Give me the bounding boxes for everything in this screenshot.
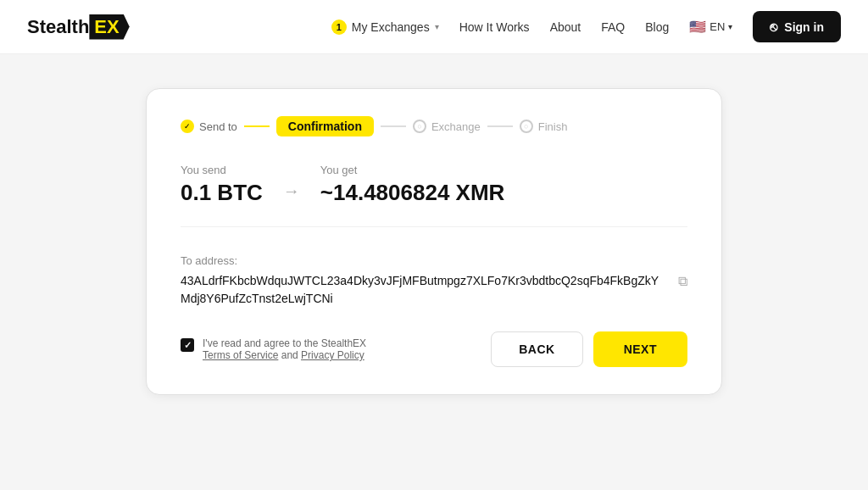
- language-selector[interactable]: 🇺🇸 EN ▾: [689, 19, 732, 35]
- step1-label: Send to: [199, 120, 237, 133]
- terms-of-service-link[interactable]: Terms of Service: [203, 349, 278, 361]
- terms-checkbox[interactable]: [181, 338, 194, 352]
- get-label: You get: [320, 164, 505, 176]
- logo-stealth: Stealth: [27, 16, 89, 38]
- send-column: You send 0.1 BTC: [181, 164, 263, 206]
- terms-and: and: [281, 349, 301, 361]
- send-amount: 0.1 BTC: [181, 180, 263, 206]
- blog-link[interactable]: Blog: [645, 20, 669, 34]
- terms-text: I've read and agree to the StealthEX Ter…: [203, 337, 366, 361]
- button-row: BACK NEXT: [491, 331, 687, 367]
- step1-dot: ✓: [181, 120, 194, 133]
- lang-label: EN: [709, 20, 725, 33]
- my-exchanges-nav[interactable]: 1 My Exchanges ▾: [331, 19, 439, 35]
- address-row: 43ALdrfFKbcbWdquJWTCL23a4Dky3vJFjMFButmp…: [181, 272, 687, 308]
- step-line-1: [244, 125, 270, 127]
- step-send-to: ✓ Send to: [181, 120, 237, 133]
- back-button[interactable]: BACK: [491, 331, 582, 367]
- logo-ex: EX: [89, 14, 129, 40]
- main-content: ✓ Send to Confirmation ○ Exchange ○ Fini…: [0, 54, 868, 429]
- signin-button[interactable]: ⎋ Sign in: [753, 11, 841, 42]
- step2-label: Confirmation: [276, 116, 374, 136]
- chevron-down-icon: ▾: [435, 22, 439, 31]
- next-button[interactable]: NEXT: [593, 331, 687, 367]
- card-footer: I've read and agree to the StealthEX Ter…: [181, 331, 687, 367]
- stepper: ✓ Send to Confirmation ○ Exchange ○ Fini…: [181, 116, 687, 136]
- my-exchanges-label[interactable]: My Exchanges: [352, 20, 430, 34]
- signin-label: Sign in: [784, 20, 824, 34]
- send-label: You send: [181, 164, 263, 176]
- step-line-2: [381, 125, 406, 127]
- get-column: You get ~14.4806824 XMR: [320, 164, 505, 206]
- step3-dot: ○: [413, 120, 426, 133]
- lang-chevron-icon: ▾: [728, 22, 732, 31]
- exchange-info: You send 0.1 BTC → You get ~14.4806824 X…: [181, 164, 687, 227]
- exchange-count-badge: 1: [331, 19, 347, 35]
- how-it-works-link[interactable]: How It Works: [459, 20, 530, 34]
- address-section: To address: 43ALdrfFKbcbWdquJWTCL23a4Dky…: [181, 254, 687, 308]
- get-amount: ~14.4806824 XMR: [320, 180, 505, 206]
- terms-prefix: I've read and agree to the StealthEX: [203, 337, 366, 349]
- arrow-right-icon: →: [283, 181, 300, 201]
- copy-icon[interactable]: ⧉: [678, 274, 687, 289]
- privacy-policy-link[interactable]: Privacy Policy: [301, 349, 364, 361]
- exchange-card: ✓ Send to Confirmation ○ Exchange ○ Fini…: [146, 88, 722, 395]
- terms-row: I've read and agree to the StealthEX Ter…: [181, 337, 366, 361]
- step4-label: Finish: [538, 120, 568, 133]
- step-exchange: ○ Exchange: [413, 120, 481, 133]
- address-value: 43ALdrfFKbcbWdquJWTCL23a4Dky3vJFjMFButmp…: [181, 272, 668, 308]
- logo: StealthEX: [27, 14, 130, 40]
- flag-icon: 🇺🇸: [689, 19, 706, 35]
- step4-dot: ○: [520, 120, 533, 133]
- step-finish: ○ Finish: [520, 120, 568, 133]
- step-line-3: [487, 125, 513, 127]
- navigation: 1 My Exchanges ▾ How It Works About FAQ …: [331, 11, 841, 42]
- header: StealthEX 1 My Exchanges ▾ How It Works …: [0, 0, 868, 54]
- address-label: To address:: [181, 254, 687, 267]
- faq-link[interactable]: FAQ: [601, 20, 625, 34]
- signin-icon: ⎋: [770, 19, 777, 34]
- step-confirmation: Confirmation: [276, 116, 374, 136]
- about-link[interactable]: About: [550, 20, 581, 34]
- step3-label: Exchange: [431, 120, 481, 133]
